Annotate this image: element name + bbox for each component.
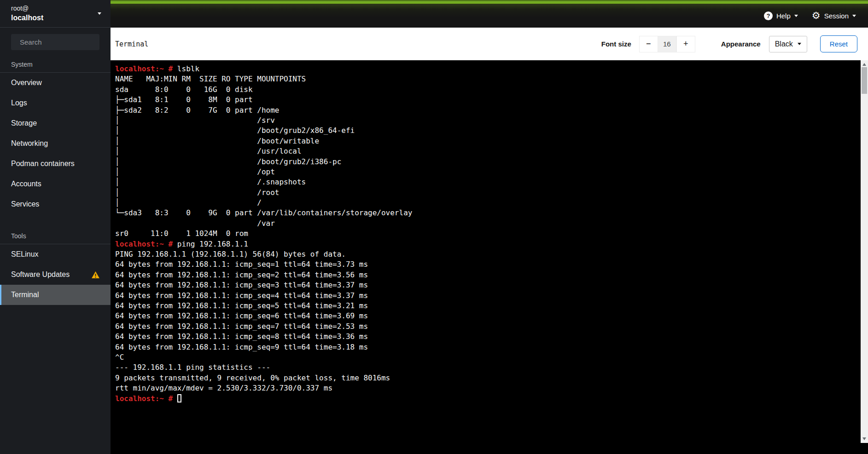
sidebar-item-selinux[interactable]: SELinux: [0, 244, 111, 264]
sidebar-item-label: Logs: [11, 99, 27, 107]
scroll-down-icon[interactable]: [862, 437, 866, 440]
terminal-line: NAME MAJ:MIN RM SIZE RO TYPE MOUNTPOINTS: [115, 74, 859, 84]
host-name: localhost: [11, 13, 102, 23]
page-title: Terminal: [115, 40, 148, 48]
terminal-line: │ /boot/grub2/i386-pc: [115, 157, 859, 167]
sidebar-item-label: Networking: [11, 139, 48, 148]
warning-icon: [92, 271, 99, 278]
terminal-line: 64 bytes from 192.168.1.1: icmp_seq=1 tt…: [115, 259, 859, 270]
terminal-line: localhost:~ # lsblk: [115, 64, 859, 74]
terminal-line: │ /usr/local: [115, 146, 859, 156]
search-input[interactable]: [20, 38, 111, 46]
session-menu[interactable]: ⚙ Session: [812, 11, 856, 21]
appearance-select[interactable]: Black: [769, 36, 807, 52]
terminal-line: 64 bytes from 192.168.1.1: icmp_seq=2 tt…: [115, 270, 859, 280]
masthead: ? Help ⚙ Session: [111, 0, 868, 28]
font-size-decrease-button[interactable]: −: [639, 36, 658, 52]
sidebar-item-accounts[interactable]: Accounts: [0, 174, 111, 194]
nav-section-title: Tools: [0, 226, 111, 244]
gear-icon: ⚙: [812, 11, 821, 21]
sidebar-search[interactable]: [11, 34, 99, 50]
terminal-line: │ /.snapshots: [115, 177, 859, 187]
terminal-panel[interactable]: localhost:~ # lsblkNAME MAJ:MIN RM SIZE …: [111, 60, 868, 454]
shell-prompt: localhost:~ #: [115, 240, 173, 248]
help-icon: ?: [764, 11, 773, 20]
appearance-label: Appearance: [721, 40, 761, 48]
terminal-line: │ /: [115, 198, 859, 208]
nav-section-system: SystemOverviewLogsStorageNetworkingPodma…: [0, 55, 111, 214]
host-user: root@: [11, 4, 102, 13]
host-switcher[interactable]: root@ localhost: [0, 0, 111, 28]
help-menu[interactable]: ? Help: [764, 11, 798, 20]
chevron-down-icon: [798, 43, 801, 45]
reset-button[interactable]: Reset: [820, 35, 857, 52]
terminal-line: 9 packets transmitted, 9 received, 0% pa…: [115, 373, 859, 383]
sidebar-item-networking[interactable]: Networking: [0, 133, 111, 154]
sidebar-item-label: Storage: [11, 119, 37, 127]
terminal-line: 64 bytes from 192.168.1.1: icmp_seq=3 tt…: [115, 280, 859, 290]
sidebar-item-label: SELinux: [11, 250, 39, 259]
cockpit-app: root@ localhost SystemOverviewLogsStorag…: [0, 0, 868, 454]
terminal-line: ^C: [115, 352, 859, 362]
help-label: Help: [776, 12, 791, 20]
font-size-increase-button[interactable]: +: [676, 36, 695, 52]
terminal-line: │ /srv: [115, 115, 859, 126]
sidebar-item-label: Services: [11, 200, 39, 208]
font-size-label: Font size: [601, 40, 631, 48]
terminal-line: ├─sda2 8:2 0 7G 0 part /home: [115, 105, 859, 115]
nav-section-title: System: [0, 55, 111, 72]
sidebar-item-label: Terminal: [11, 291, 39, 299]
sidebar: root@ localhost SystemOverviewLogsStorag…: [0, 0, 111, 454]
scroll-up-icon[interactable]: [862, 63, 866, 66]
terminal-line: │ /root: [115, 188, 859, 198]
terminal-screen[interactable]: localhost:~ # lsblkNAME MAJ:MIN RM SIZE …: [115, 64, 859, 404]
terminal-line: ├─sda1 8:1 0 8M 0 part: [115, 95, 859, 105]
terminal-scrollbar[interactable]: [861, 60, 868, 443]
shell-prompt: localhost:~ #: [115, 64, 173, 73]
terminal-line: localhost:~ # ping 192.168.1.1: [115, 239, 859, 249]
masthead-toolbar: ? Help ⚙ Session: [111, 4, 868, 28]
content-header: Terminal Font size − 16 + Appearance Bla…: [111, 28, 868, 60]
terminal-line: 64 bytes from 192.168.1.1: icmp_seq=4 tt…: [115, 291, 859, 301]
terminal-line: └─sda3 8:3 0 9G 0 part /var/lib/containe…: [115, 208, 859, 218]
sidebar-nav: SystemOverviewLogsStorageNetworkingPodma…: [0, 55, 111, 305]
terminal-line: localhost:~ #: [115, 394, 859, 404]
terminal-line: /var: [115, 218, 859, 229]
terminal-line: PING 192.168.1.1 (192.168.1.1) 56(84) by…: [115, 249, 859, 259]
sidebar-item-logs[interactable]: Logs: [0, 93, 111, 113]
terminal-line: rtt min/avg/max/mdev = 2.530/3.332/3.730…: [115, 383, 859, 393]
terminal-line: 64 bytes from 192.168.1.1: icmp_seq=8 tt…: [115, 332, 859, 342]
scrollbar-thumb[interactable]: [862, 67, 867, 94]
sidebar-item-software-updates[interactable]: Software Updates: [0, 264, 111, 285]
appearance-value: Black: [775, 40, 793, 48]
sidebar-item-label: Software Updates: [11, 270, 70, 279]
terminal-line: 64 bytes from 192.168.1.1: icmp_seq=6 tt…: [115, 311, 859, 321]
font-size-stepper: − 16 +: [639, 36, 695, 52]
sidebar-item-podman-containers[interactable]: Podman containers: [0, 154, 111, 174]
nav-section-tools: ToolsSELinuxSoftware UpdatesTerminal: [0, 226, 111, 305]
session-label: Session: [824, 12, 849, 20]
sidebar-item-storage[interactable]: Storage: [0, 113, 111, 133]
sidebar-item-label: Accounts: [11, 180, 41, 188]
shell-prompt: localhost:~ #: [115, 394, 173, 403]
terminal-line: │ /opt: [115, 167, 859, 177]
terminal-line: │ /boot/writable: [115, 136, 859, 146]
sidebar-item-label: Podman containers: [11, 160, 75, 168]
chevron-down-icon: [98, 12, 101, 15]
terminal-cursor: [177, 394, 181, 402]
terminal-line: sda 8:0 0 16G 0 disk: [115, 85, 859, 95]
terminal-line: 64 bytes from 192.168.1.1: icmp_seq=5 tt…: [115, 301, 859, 311]
chevron-down-icon: [852, 15, 856, 17]
font-size-value: 16: [658, 36, 676, 52]
terminal-line: --- 192.168.1.1 ping statistics ---: [115, 362, 859, 373]
terminal-line: │ /boot/grub2/x86_64-efi: [115, 126, 859, 136]
sidebar-item-terminal[interactable]: Terminal: [0, 285, 111, 305]
terminal-line: 64 bytes from 192.168.1.1: icmp_seq=7 tt…: [115, 322, 859, 332]
chevron-down-icon: [794, 15, 798, 17]
brand-accent-bar: [111, 0, 868, 4]
sidebar-item-services[interactable]: Services: [0, 194, 111, 214]
sidebar-item-label: Overview: [11, 79, 42, 87]
terminal-line: sr0 11:0 1 1024M 0 rom: [115, 229, 859, 239]
sidebar-item-overview[interactable]: Overview: [0, 73, 111, 93]
terminal-line: 64 bytes from 192.168.1.1: icmp_seq=9 tt…: [115, 342, 859, 352]
